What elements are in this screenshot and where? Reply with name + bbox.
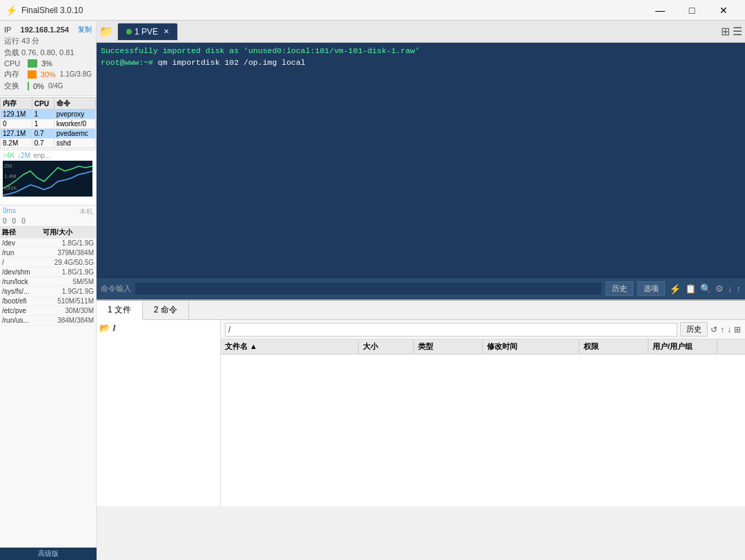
proc-mem: 127.1M <box>1 129 32 139</box>
disk-path: /run/lock <box>0 277 41 287</box>
ping-header-row: 0ms 本机 <box>3 207 93 217</box>
download-icon[interactable]: ↓ <box>728 283 733 294</box>
cpu-row: CPU 3% <box>4 59 92 68</box>
disk-path: /run <box>0 248 41 258</box>
command-input[interactable] <box>135 283 602 294</box>
col-type[interactable]: 类型 <box>414 339 483 354</box>
ip-label: IP <box>4 26 11 34</box>
tab-commands[interactable]: 2 命令 <box>143 301 189 319</box>
process-section: 内存 CPU 命令 129.1M1pveproxy01kworker/0127.… <box>0 96 96 150</box>
process-row: 127.1M0.7pvedaemc <box>1 129 96 139</box>
disk-col-path: 路径 <box>0 227 41 239</box>
tab-dot <box>126 29 132 34</box>
file-rows <box>221 354 745 506</box>
tab-pve[interactable]: 1 PVE ✕ <box>117 23 178 41</box>
minimize-button[interactable]: — <box>644 0 676 21</box>
col-owner[interactable]: 用户/用户组 <box>648 339 717 354</box>
options-button[interactable]: 选项 <box>637 281 665 296</box>
cmd-label: 命令输入 <box>101 283 131 294</box>
proc-mem: 0 <box>1 119 32 129</box>
folder-icon[interactable]: 📁 <box>99 25 113 38</box>
ping-val-2: 0 <box>12 217 17 225</box>
proc-cpu: 1 <box>32 110 54 119</box>
disk-list: /dev1.8G/1.9G/run379M/384M/29.4G/50.5G/d… <box>0 239 96 326</box>
proc-cpu: 0.7 <box>32 129 54 139</box>
grid-view-icon[interactable]: ⊞ <box>721 25 730 38</box>
proc-col-cpu: CPU <box>32 98 54 110</box>
file-path-input[interactable] <box>225 323 677 337</box>
maximize-button[interactable]: □ <box>676 0 708 21</box>
terminal-prompt-line: root@www:~# qm importdisk 102 /op.img lo… <box>101 57 741 69</box>
col-perm[interactable]: 权限 <box>579 339 648 354</box>
settings-icon[interactable]: ⚙ <box>715 283 724 294</box>
col-filename[interactable]: 文件名 ▲ <box>221 339 359 354</box>
disk-path: /sys/fs/... <box>0 287 41 297</box>
disk-size: 1.9G/1.9G <box>41 287 96 297</box>
disk-size: 29.4G/50.5G <box>41 258 96 268</box>
copy-icon[interactable]: 📋 <box>685 283 696 294</box>
search-icon[interactable]: 🔍 <box>700 283 711 294</box>
disk-row: /boot/efi510M/511M <box>0 297 96 306</box>
proc-col-cmd: 命令 <box>54 98 95 110</box>
swap-val: 0/4G <box>48 82 63 90</box>
disk-path: / <box>0 258 41 268</box>
command-bar: 命令输入 历史 选项 ⚡ 📋 🔍 ⚙ ↓ ↑ <box>97 277 745 299</box>
mem-bar <box>28 70 37 79</box>
net-up-indicator: ↑4K <box>3 152 14 159</box>
ip-row: IP 192.168.1.254 复制 <box>4 25 92 34</box>
copy-ip-button[interactable]: 复制 <box>78 25 92 34</box>
terminal-success-line: Successfully imported disk as 'unused0:l… <box>101 46 741 57</box>
titlebar-left: ⚡ FinalShell 3.0.10 <box>6 5 83 16</box>
disk-row: /dev/shm1.8G/1.9G <box>0 268 96 277</box>
file-download-icon[interactable]: ↓ <box>727 325 731 334</box>
uptime-row: 运行 43 分 <box>4 36 92 46</box>
tab-close-icon[interactable]: ✕ <box>163 28 169 35</box>
swap-row: 交换 0% 0/4G <box>4 81 92 91</box>
file-history-button[interactable]: 历史 <box>680 322 708 337</box>
load-row: 负载 0.76, 0.80, 0.81 <box>4 48 92 58</box>
disk-size: 30M/30M <box>41 306 96 316</box>
advanced-badge: 高级版 <box>0 548 97 560</box>
ping-section: 0ms 本机 0 0 0 <box>0 205 96 226</box>
network-graph: ↑4K ↓2M enp... 2M 1.4M 691K <box>0 150 96 205</box>
mem-val: 1.1G/3.8G <box>60 70 92 78</box>
mem-label: 内存 <box>4 69 25 79</box>
swap-bar <box>28 82 29 90</box>
folder-open-icon: 📂 <box>99 323 110 333</box>
sidebar-top: IP 192.168.1.254 复制 运行 43 分 负载 0.76, 0.8… <box>0 21 96 96</box>
file-refresh-icon[interactable]: ↺ <box>711 325 717 334</box>
ip-value: 192.168.1.254 <box>21 26 69 34</box>
disk-size: 379M/384M <box>41 248 96 258</box>
close-button[interactable]: ✕ <box>708 0 739 21</box>
disk-section: 路径 可用/大小 /dev1.8G/1.9G/run379M/384M/29.4… <box>0 226 96 560</box>
swap-label: 交换 <box>4 81 25 91</box>
lightning-icon[interactable]: ⚡ <box>669 283 681 294</box>
disk-path: /run/us... <box>0 316 41 326</box>
proc-cmd: kworker/0 <box>54 119 95 129</box>
disk-path: /dev <box>0 239 41 248</box>
tab-label: 1 PVE <box>135 27 158 37</box>
process-table: 内存 CPU 命令 129.1M1pveproxy01kworker/0127.… <box>0 97 96 148</box>
file-header: 文件名 ▲ 大小 类型 修改时间 权限 用户/用户组 <box>221 339 745 354</box>
swap-pct: 0% <box>33 82 44 90</box>
cpu-pct: 3% <box>41 59 52 68</box>
upload-icon[interactable]: ↑ <box>737 283 742 294</box>
load-value: 负载 0.76, 0.80, 0.81 <box>4 48 74 58</box>
titlebar-controls: — □ ✕ <box>644 0 739 21</box>
history-button[interactable]: 历史 <box>606 281 633 296</box>
file-toolbar: 历史 ↺ ↑ ↓ ⊞ <box>221 320 745 339</box>
uptime-value: 运行 43 分 <box>4 36 39 46</box>
disk-size: 5M/5M <box>41 277 96 287</box>
list-view-icon[interactable]: ☰ <box>733 25 742 38</box>
col-mtime[interactable]: 修改时间 <box>483 339 579 354</box>
tab-files[interactable]: 1 文件 <box>97 301 143 320</box>
proc-mem: 8.2M <box>1 139 32 148</box>
ping-val-3: 0 <box>21 217 26 225</box>
proc-mem: 129.1M <box>1 110 32 119</box>
file-new-icon[interactable]: ⊞ <box>734 325 741 334</box>
col-size[interactable]: 大小 <box>359 339 414 354</box>
terminal[interactable]: Successfully imported disk as 'unused0:l… <box>97 43 745 277</box>
file-upload-icon[interactable]: ↑ <box>720 325 724 334</box>
tree-item-root[interactable]: 📂 / <box>97 321 220 334</box>
cpu-bar <box>28 59 37 68</box>
